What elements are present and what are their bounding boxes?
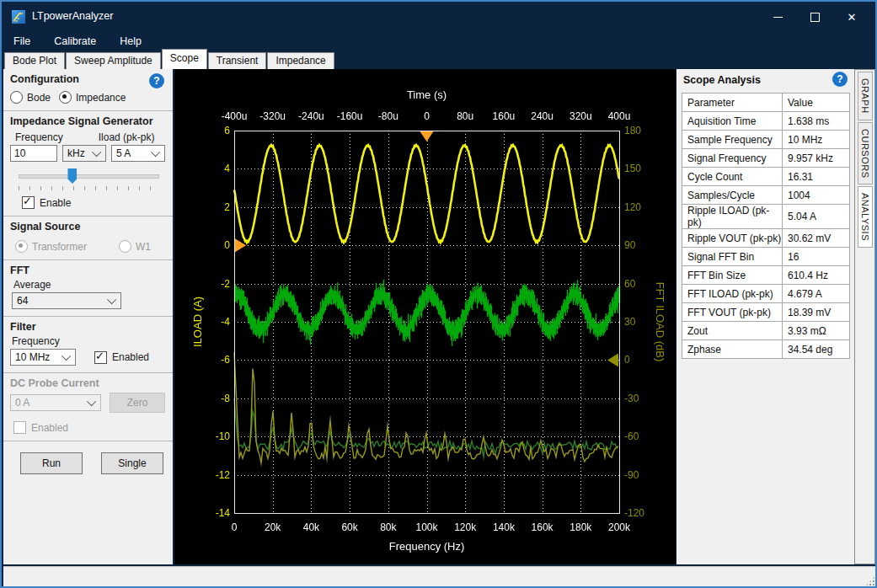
filter-frequency-label: Frequency [12, 335, 168, 347]
impedance-radio-label: Impedance [76, 92, 126, 104]
fft-average-dropdown[interactable]: 64 [12, 292, 121, 309]
close-icon: ✕ [848, 11, 857, 24]
table-row: Samples/Cycle1004 [682, 186, 850, 205]
filter-frequency-value: 10 MHz [15, 351, 50, 363]
single-button[interactable]: Single [101, 452, 163, 474]
param-cell: Signal FFT Bin [682, 248, 783, 266]
table-row: Cycle Count16.31 [682, 168, 850, 186]
tab-bode-plot[interactable]: Bode Plot [4, 52, 65, 69]
param-column-header: Parameter [682, 94, 783, 112]
maximize-button[interactable] [796, 2, 833, 32]
title-bar[interactable]: LTpowerAnalyzer ✕ [2, 2, 875, 32]
value-cell: 16.31 [783, 168, 850, 186]
value-cell: 1004 [783, 186, 850, 205]
scope-plot-canvas[interactable] [174, 69, 676, 564]
frequency-slider[interactable] [19, 168, 159, 190]
w1-radio[interactable] [119, 240, 131, 253]
menu-file[interactable]: File [2, 35, 42, 47]
analysis-panel: Scope Analysis ? Parameter Value Aquisit… [676, 69, 854, 564]
param-cell: Ripple ILOAD (pk-pk) [682, 205, 783, 229]
dc-probe-heading: DC Probe Current [10, 377, 168, 389]
enable-checkbox-label: Enable [40, 197, 71, 209]
value-cell: 10 MHz [783, 131, 850, 149]
bode-radio-label: Bode [27, 92, 51, 104]
slider-thumb[interactable] [67, 168, 77, 184]
config-panel: Configuration ? Bode Impedance Impedance… [3, 69, 173, 564]
enable-checkbox[interactable] [22, 196, 35, 209]
configuration-section: Configuration ? Bode Impedance [3, 69, 173, 111]
window-title: LTpowerAnalyzer [32, 10, 113, 22]
side-tab-strip: GRAPH CURSORS ANALYSIS [854, 69, 875, 564]
configuration-heading: Configuration [10, 73, 168, 85]
table-row: FFT VOUT (pk-pk)18.39 mV [682, 303, 850, 322]
param-cell: Sample Frequency [682, 131, 783, 149]
fft-average-label: Average [13, 279, 168, 291]
slider-track [19, 174, 159, 179]
value-cell: 4.679 A [783, 285, 850, 303]
param-cell: Ripple VOUT (pk-pk) [682, 229, 783, 248]
close-button[interactable]: ✕ [833, 2, 870, 32]
value-cell: 16 [783, 248, 850, 266]
frequency-input[interactable] [10, 145, 57, 162]
minimize-button[interactable] [759, 2, 796, 32]
chevron-down-icon [151, 147, 160, 157]
zero-button[interactable]: Zero [110, 393, 165, 413]
maximize-icon [810, 13, 820, 22]
filter-enabled-checkbox[interactable] [94, 351, 107, 364]
value-column-header: Value [783, 94, 850, 112]
menu-calibrate[interactable]: Calibrate [42, 35, 108, 47]
tab-impedance[interactable]: Impedance [267, 52, 334, 69]
filter-enabled-label: Enabled [112, 351, 149, 363]
param-cell: FFT ILOAD (pk-pk) [682, 285, 783, 303]
param-cell: Cycle Count [682, 168, 783, 186]
analysis-heading-row: Scope Analysis ? [676, 69, 854, 91]
bode-radio[interactable] [10, 91, 23, 104]
tab-transient[interactable]: Transient [208, 52, 267, 69]
dc-probe-enabled-checkbox[interactable] [13, 421, 26, 434]
table-row: Ripple VOUT (pk-pk)30.62 mV [682, 229, 850, 248]
dc-probe-section: DC Probe Current 0 A Zero Enabled [3, 373, 173, 441]
tab-bar: Bode Plot Sweep Amplitude Scope Transien… [4, 51, 876, 69]
value-cell: 18.39 mV [783, 303, 850, 322]
side-tab-graph[interactable]: GRAPH [858, 72, 873, 120]
side-tab-cursors[interactable]: CURSORS [858, 122, 873, 185]
signal-source-heading: Signal Source [10, 221, 168, 233]
tab-scope[interactable]: Scope [162, 49, 207, 69]
configuration-help-icon[interactable]: ? [149, 73, 164, 88]
impedance-radio[interactable] [59, 91, 72, 104]
run-section: Run Single [3, 441, 173, 481]
value-cell: 3.93 mΩ [783, 322, 850, 340]
status-bar: Analog Devices M2k Rev.D (Z7010) LB3031A… [3, 566, 877, 588]
filter-section: Filter Frequency 10 MHz Enabled [3, 317, 173, 373]
chevron-down-icon [87, 397, 96, 406]
iload-label: Iload (pk-pk) [99, 131, 155, 143]
menu-bar: File Calibrate Help [2, 32, 875, 51]
param-cell: Signal Frequency [682, 149, 783, 168]
transformer-radio[interactable] [15, 240, 28, 253]
frequency-unit-dropdown[interactable]: kHz [62, 145, 106, 162]
iload-dropdown[interactable]: 5 A [111, 145, 165, 162]
param-cell: Zphase [682, 340, 783, 359]
param-cell: FFT Bin Size [682, 266, 783, 285]
table-row: Aquisition Time1.638 ms [682, 112, 850, 131]
table-row: Signal Frequency9.957 kHz [682, 149, 850, 168]
analysis-table-body: Aquisition Time1.638 msSample Frequency1… [682, 112, 850, 359]
fft-average-value: 64 [17, 295, 28, 307]
table-row: Ripple ILOAD (pk-pk)5.04 A [682, 205, 850, 229]
dc-probe-value: 0 A [15, 397, 29, 409]
resize-grip-icon[interactable] [866, 577, 874, 585]
run-button[interactable]: Run [20, 452, 83, 474]
chevron-down-icon [107, 295, 116, 304]
fft-heading: FFT [10, 265, 168, 276]
analysis-help-icon[interactable]: ? [832, 72, 848, 87]
side-tab-analysis[interactable]: ANALYSIS [858, 186, 873, 248]
analysis-table: Parameter Value Aquisition Time1.638 msS… [682, 93, 850, 359]
signal-generator-heading: Impedance Signal Generator [10, 115, 168, 127]
menu-help[interactable]: Help [108, 35, 153, 47]
dc-probe-dropdown[interactable]: 0 A [10, 394, 101, 411]
tab-sweep-amplitude[interactable]: Sweep Amplitude [66, 52, 161, 69]
app-window: LTpowerAnalyzer ✕ File Calibrate Help Bo… [0, 0, 877, 588]
frequency-label: Frequency [15, 131, 63, 143]
param-cell: Samples/Cycle [682, 186, 783, 205]
filter-frequency-dropdown[interactable]: 10 MHz [10, 349, 76, 366]
